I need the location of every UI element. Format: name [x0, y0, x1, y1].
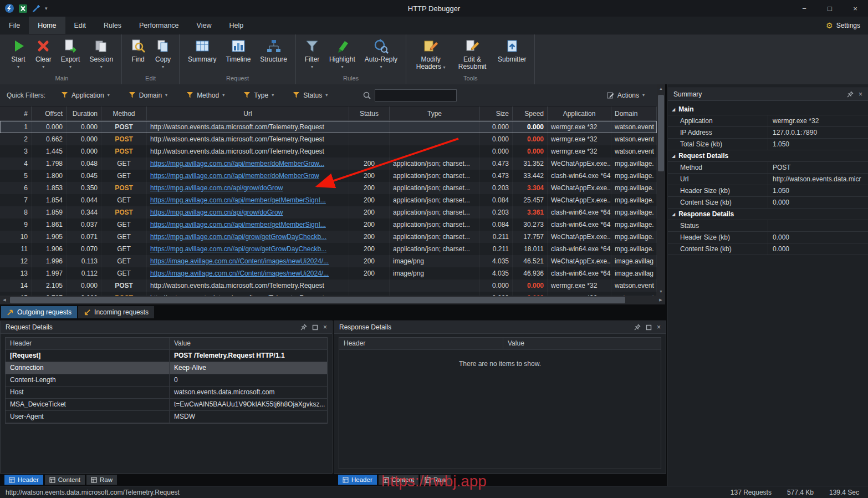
tab-raw[interactable]: Raw [420, 475, 451, 485]
auto-reply-button[interactable]: Auto-Reply▾ [361, 36, 401, 70]
tab-header[interactable]: Header [338, 475, 377, 485]
request-row[interactable]: 71.8540.044GEThttps://mpg.avillage.com.c… [0, 194, 657, 206]
chevron-down-icon[interactable]: ▾ [443, 65, 445, 70]
close-icon[interactable]: × [859, 91, 862, 98]
structure-button[interactable]: Structure [256, 36, 291, 64]
chevron-down-icon[interactable]: ▾ [162, 64, 164, 69]
settings-button[interactable]: ⚙ Settings [826, 17, 868, 34]
request-row[interactable]: 81.8590.344POSThttps://mpg.avillage.com.… [0, 206, 657, 218]
request-row[interactable]: 152.7870.000POSThttp://watson.events.dat… [0, 292, 657, 296]
export-button[interactable]: Export▾ [57, 36, 84, 70]
scroll-up-icon[interactable]: ▲ [657, 84, 665, 93]
scrollbar-thumb[interactable] [658, 95, 664, 171]
request-row[interactable]: 91.8610.037GEThttps://mpg.avillage.com.c… [0, 218, 657, 231]
search-input[interactable] [375, 89, 457, 101]
detail-row[interactable]: Hostwatson.events.data.microsoft.com [6, 387, 327, 399]
request-row[interactable]: 20.6620.000POSThttp://watson.events.data… [0, 133, 657, 145]
quick-access-chevron-icon[interactable]: ▾ [45, 6, 48, 11]
summary-button[interactable]: Summary [184, 36, 220, 64]
column-header-speed[interactable]: Speed [513, 106, 548, 120]
start-button[interactable]: Start▾ [7, 36, 30, 70]
excel-export-icon[interactable] [18, 4, 28, 13]
menu-item-rules[interactable]: Rules [95, 17, 130, 34]
actions-button[interactable]: Actions ▾ [607, 92, 650, 99]
request-row[interactable]: 101.9050.071GEThttps://mpg.avillage.com.… [0, 231, 657, 243]
chevron-down-icon[interactable]: ▾ [17, 64, 19, 69]
request-row[interactable]: 31.4450.000POSThttp://watson.events.data… [0, 145, 657, 157]
column-header-type[interactable]: Type [390, 106, 480, 120]
menu-item-file[interactable]: File [0, 17, 29, 34]
modify-headers-button[interactable]: Modify Headers ▾ [411, 36, 451, 72]
request-row[interactable]: 51.8000.045GEThttps://mpg.avillage.com.c… [0, 170, 657, 182]
menu-item-help[interactable]: Help [220, 17, 252, 34]
session-button[interactable]: Session▾ [85, 36, 117, 70]
highlight-button[interactable]: Highlight▾ [325, 36, 359, 70]
filter-type[interactable]: Type▾ [243, 92, 274, 99]
column-header-header[interactable]: Header [339, 338, 503, 349]
restore-icon[interactable] [312, 324, 318, 331]
filter-domain[interactable]: Domain▾ [129, 92, 167, 99]
find-button[interactable]: Find [126, 36, 150, 64]
column-header-value[interactable]: Value [503, 338, 661, 349]
column-header-url[interactable]: Url [147, 106, 349, 120]
brush-icon[interactable] [32, 4, 41, 13]
close-button[interactable]: × [843, 0, 868, 17]
detail-row[interactable]: Content-Length0 [6, 374, 327, 387]
close-icon[interactable]: × [323, 324, 327, 331]
scroll-left-icon[interactable]: ◀ [0, 296, 9, 304]
column-header-item[interactable]: # [0, 106, 32, 120]
menu-item-performance[interactable]: Performance [130, 17, 188, 34]
column-header-status[interactable]: Status [349, 106, 390, 120]
request-row[interactable]: 111.9060.070GEThttps://mpg.avillage.com.… [0, 243, 657, 255]
tab-header[interactable]: Header [4, 475, 43, 485]
filter-button[interactable]: Filter▾ [300, 36, 324, 70]
chevron-down-icon[interactable]: ▾ [311, 64, 313, 69]
horizontal-scrollbar[interactable]: ◀ ▶ [0, 296, 665, 304]
tab-outgoing-requests[interactable]: Outgoing requests [1, 306, 77, 318]
chevron-down-icon[interactable]: ▾ [69, 64, 72, 69]
detail-row[interactable]: MSA_DeviceTickett=EwCwAlN5BAAUu1V9OkIAK5… [6, 399, 327, 411]
copy-button[interactable]: Copy▾ [151, 36, 175, 70]
request-row[interactable]: 41.7980.048GEThttps://mpg.avillage.com.c… [0, 157, 657, 170]
request-row[interactable]: 142.1050.000POSThttp://watson.events.dat… [0, 280, 657, 292]
column-header-method[interactable]: Method [101, 106, 147, 120]
summary-section-response-details[interactable]: ◢Response Details [668, 209, 868, 220]
detail-row[interactable]: [Request]POST /Telemetry.Request HTTP/1.… [6, 350, 327, 362]
summary-section-request-details[interactable]: ◢Request Details [668, 150, 868, 162]
scroll-right-icon[interactable]: ▶ [656, 296, 665, 304]
menu-item-edit[interactable]: Edit [65, 17, 95, 34]
pin-icon[interactable] [847, 91, 854, 98]
request-row[interactable]: 121.9960.113GEThttps://image.avillage.co… [0, 255, 657, 267]
summary-section-main[interactable]: ◢Main [668, 104, 868, 115]
tab-content[interactable]: Content [379, 475, 418, 485]
close-icon[interactable]: × [657, 324, 661, 331]
request-row[interactable]: 10.0000.000POSThttp://watson.events.data… [0, 121, 657, 133]
scroll-down-icon[interactable]: ▼ [657, 287, 665, 296]
chevron-down-icon[interactable]: ▾ [380, 64, 382, 69]
request-row[interactable]: 61.8530.350POSThttps://mpg.avillage.com.… [0, 182, 657, 194]
column-header-header[interactable]: Header [6, 338, 170, 349]
chevron-down-icon[interactable]: ▾ [341, 64, 343, 69]
submitter-button[interactable]: Submitter [494, 36, 530, 64]
timeline-button[interactable]: Timeline [222, 36, 254, 64]
tab-content[interactable]: Content [45, 475, 85, 485]
menu-item-view[interactable]: View [188, 17, 221, 34]
column-header-application[interactable]: Application [548, 106, 611, 120]
menu-item-home[interactable]: Home [29, 17, 65, 34]
filter-method[interactable]: Method▾ [186, 92, 224, 99]
chevron-down-icon[interactable]: ▾ [42, 64, 44, 69]
restore-icon[interactable] [646, 324, 652, 331]
column-header-domain[interactable]: Domain [611, 106, 657, 120]
filter-application[interactable]: Application▾ [61, 92, 110, 99]
filter-status[interactable]: Status▾ [293, 92, 328, 99]
vertical-scrollbar[interactable]: ▲ ▼ [657, 84, 665, 296]
request-row[interactable]: 131.9970.112GEThttps://image.avillage.co… [0, 267, 657, 280]
detail-row[interactable]: ConnectionKeep-Alive [6, 362, 327, 374]
tab-raw[interactable]: Raw [86, 475, 117, 485]
clear-button[interactable]: Clear▾ [32, 36, 55, 70]
pin-icon[interactable] [300, 324, 307, 331]
maximize-button[interactable]: □ [817, 0, 843, 17]
minimize-button[interactable]: − [792, 0, 817, 17]
scrollbar-thumb[interactable] [10, 297, 625, 303]
detail-row[interactable]: User-AgentMSDW [6, 411, 327, 423]
